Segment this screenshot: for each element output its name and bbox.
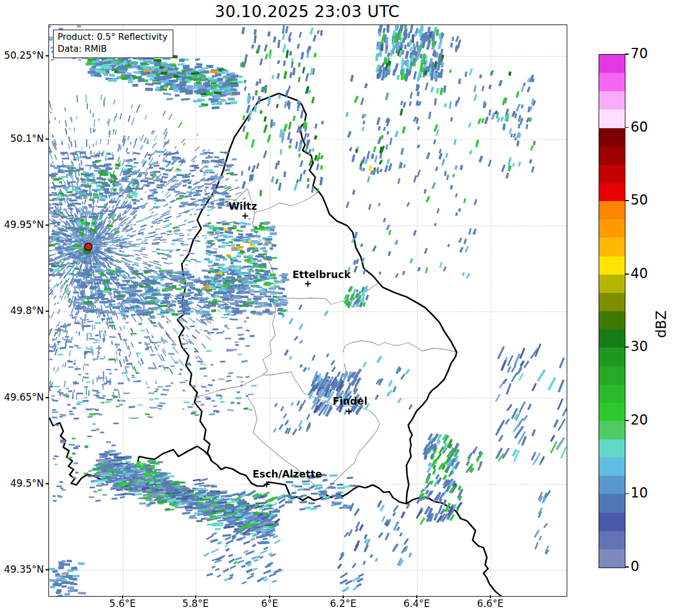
colorbar-tick-label: 30 (631, 338, 648, 354)
colorbar-segment (599, 128, 625, 146)
colorbar-segment (599, 494, 625, 512)
city-marker-ettelbruck: Ettelbruck (292, 269, 351, 287)
colorbar-segment (599, 91, 625, 109)
colorbar-segment (599, 421, 625, 439)
y-tick-mark (46, 138, 48, 139)
y-tick-mark (46, 483, 48, 484)
city-label: Findel (333, 395, 368, 407)
y-tick-mark (46, 55, 48, 56)
colorbar-segment (599, 531, 625, 549)
colorbar-tick-mark (625, 420, 629, 421)
colorbar-segment (599, 385, 625, 403)
colorbar-segment (599, 219, 625, 238)
colorbar-tick-mark (625, 493, 629, 495)
x-tick-label: 6.6°E (465, 598, 516, 609)
city-marker-esch-alzette: Esch/Alzette (253, 468, 322, 487)
colorbar-tick-label: 20 (631, 412, 648, 428)
map-labels-layer: WiltzEttelbruckFindelEsch/Alzette (49, 25, 567, 596)
colorbar-segment (599, 458, 625, 476)
colorbar-segment (599, 165, 625, 183)
x-tick-label: 6.2°E (318, 598, 369, 609)
colorbar-tick-label: 70 (631, 46, 648, 62)
page-title: 30.10.2025 23:03 UTC (48, 2, 566, 21)
colorbar-tick-label: 0 (631, 558, 639, 574)
colorbar-unit-label: dBZ (653, 287, 669, 338)
city-cross-icon (306, 282, 311, 287)
y-tick-mark (46, 225, 48, 225)
colorbar-segment (599, 201, 625, 219)
city-cross-icon (347, 409, 352, 414)
colorbar-tick-mark (625, 127, 629, 128)
colorbar-segment (599, 366, 625, 384)
colorbar-segment (599, 55, 625, 73)
colorbar-segment (599, 403, 625, 421)
colorbar-tick-label: 40 (631, 266, 648, 282)
colorbar-segment (599, 146, 625, 165)
colorbar-segment (599, 73, 625, 91)
y-tick-label: 49.35°N (0, 564, 44, 575)
y-tick-label: 49.95°N (0, 219, 44, 230)
colorbar-tick-mark (625, 274, 629, 275)
colorbar-segment (599, 329, 625, 348)
x-tick-label: 5.6°E (97, 598, 148, 609)
city-label: Esch/Alzette (253, 468, 322, 480)
colorbar-segment (599, 238, 625, 256)
city-cross-icon (243, 214, 248, 219)
map-plot-area: WiltzEttelbruckFindelEsch/Alzette Produc… (48, 25, 567, 597)
city-marker-wiltz: Wiltz (229, 201, 257, 219)
y-tick-mark (46, 311, 48, 311)
y-tick-label: 50.25°N (0, 50, 44, 61)
colorbar-tick-label: 10 (631, 485, 648, 501)
city-label: Wiltz (229, 201, 257, 212)
colorbar-segment (599, 256, 625, 275)
y-tick-mark (46, 397, 48, 398)
colorbar-segment (599, 311, 625, 329)
colorbar-segment (599, 513, 625, 531)
colorbar-tick-mark (625, 54, 629, 55)
colorbar (599, 54, 625, 568)
colorbar-tick-label: 50 (631, 192, 648, 208)
colorbar-segment (599, 476, 625, 494)
colorbar-segment (599, 109, 625, 128)
colorbar-segment (599, 183, 625, 201)
colorbar-segment (599, 549, 625, 568)
data-source-label: Data: RMIB (58, 43, 168, 55)
y-tick-label: 49.5°N (0, 478, 44, 489)
x-tick-label: 6.4°E (391, 598, 442, 609)
y-tick-label: 50.1°N (0, 133, 44, 144)
colorbar-segment (599, 275, 625, 293)
y-tick-mark (46, 569, 48, 570)
product-info-box: Product: 0.5° Reflectivity Data: RMIB (53, 30, 173, 58)
colorbar-tick-label: 60 (631, 119, 648, 135)
colorbar-segment (599, 439, 625, 458)
colorbar-segment (599, 293, 625, 311)
colorbar-tick-mark (625, 566, 629, 568)
radar-map-page: 30.10.2025 23:03 UTC WiltzEttelbruckFind… (0, 0, 675, 616)
y-tick-label: 49.65°N (0, 391, 44, 403)
city-marker-findel: Findel (333, 395, 368, 414)
city-label: Ettelbruck (292, 269, 351, 280)
colorbar-tick-mark (625, 346, 629, 348)
x-tick-label: 5.8°E (170, 598, 221, 609)
radar-site-dot (85, 243, 92, 251)
product-label: Product: 0.5° Reflectivity (58, 31, 168, 43)
city-cross-icon (265, 482, 270, 487)
colorbar-tick-mark (625, 200, 629, 201)
x-tick-label: 6°E (244, 598, 295, 609)
y-tick-label: 49.8°N (0, 305, 44, 316)
colorbar-segment (599, 348, 625, 366)
